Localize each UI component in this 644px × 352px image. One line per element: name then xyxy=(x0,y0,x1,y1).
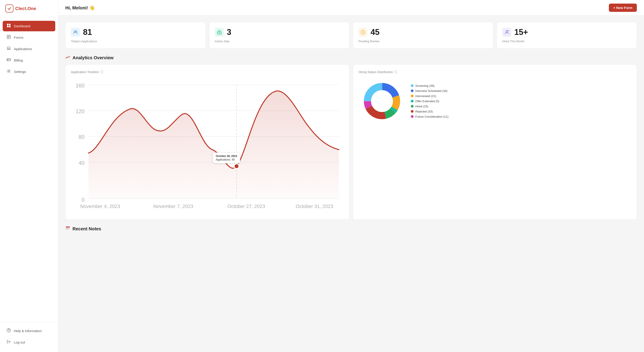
legend-dot-hired xyxy=(411,105,414,108)
hired-stat-icon xyxy=(502,28,511,37)
analytics-title: Analytics Overview xyxy=(72,55,114,60)
logo-text: Clect.One xyxy=(15,6,36,11)
svg-text:November 7, 2023: November 7, 2023 xyxy=(153,204,193,209)
legend-dot-screening xyxy=(411,84,414,87)
sidebar-item-logout[interactable]: Log out xyxy=(3,337,55,348)
svg-rect-47 xyxy=(66,228,70,229)
legend-future-consideration: Future Consideration (11) xyxy=(411,115,451,118)
main-content: Hi, Meloni! 👋 + New Form xyxy=(58,0,644,352)
svg-point-13 xyxy=(8,331,9,332)
svg-text:November 4, 2023: November 4, 2023 xyxy=(80,204,120,209)
pending-stat-icon xyxy=(358,28,368,37)
help-icon xyxy=(6,328,11,334)
sidebar-item-forms[interactable]: Forms xyxy=(3,32,55,43)
legend-hired: Hired (15) xyxy=(411,105,451,108)
analytics-icon xyxy=(65,55,70,61)
help-label: Help & Information xyxy=(14,329,42,333)
legend-offer-extended: Offer Extended (5) xyxy=(411,99,451,103)
svg-point-11 xyxy=(8,70,10,72)
legend-screening: Screening (39) xyxy=(411,84,451,87)
svg-text:October 27, 2023: October 27, 2023 xyxy=(228,204,265,209)
distribution-chart-title: Hiring Status Distribution ⓘ xyxy=(358,70,631,74)
svg-rect-8 xyxy=(7,59,10,61)
svg-point-45 xyxy=(371,90,393,112)
sidebar-item-dashboard[interactable]: Dashboard xyxy=(3,21,55,31)
svg-rect-10 xyxy=(8,60,8,60)
svg-point-32 xyxy=(234,164,239,169)
legend-dot-offer-extended xyxy=(411,100,414,102)
svg-text:0: 0 xyxy=(82,197,84,203)
recent-notes-title: Recent Notes xyxy=(72,226,101,232)
sidebar-bottom: Help & Information Log out xyxy=(0,322,58,352)
forms-icon xyxy=(6,35,11,40)
legend-rejected: Rejected (33) xyxy=(411,110,451,113)
svg-rect-3 xyxy=(9,26,10,27)
dashboard-icon xyxy=(6,23,11,29)
settings-icon xyxy=(6,69,11,74)
timeline-chart-card: Application Timeline ⓘ 160 120 80 40 0 xyxy=(65,64,349,220)
stat-card-hired: 15+ Hired This Month xyxy=(497,22,637,48)
forms-label: Forms xyxy=(14,35,24,39)
distribution-chart-card: Hiring Status Distribution ⓘ xyxy=(353,64,637,220)
legend-label-offer-extended: Offer Extended (5) xyxy=(415,99,439,103)
sidebar-item-billing[interactable]: Billing xyxy=(3,55,55,65)
donut-legend: Screening (39) Interview Scheduled (30) … xyxy=(411,84,451,118)
active-jobs-stat-number: 3 xyxy=(227,27,231,37)
legend-label-interview-scheduled: Interview Scheduled (30) xyxy=(415,89,448,93)
logo: Clect.One xyxy=(0,0,58,17)
svg-point-15 xyxy=(76,31,77,32)
applications-icon xyxy=(6,46,11,51)
svg-rect-0 xyxy=(7,24,8,25)
legend-label-interviewed: Interviewed (21) xyxy=(415,94,436,98)
legend-interview-scheduled: Interview Scheduled (30) xyxy=(411,89,451,93)
topbar: Hi, Meloni! 👋 + New Form xyxy=(58,0,644,16)
analytics-grid: Application Timeline ⓘ 160 120 80 40 0 xyxy=(65,64,637,220)
stat-card-pending: 45 Pending Review xyxy=(353,22,493,48)
svg-rect-46 xyxy=(66,227,70,227)
legend-label-future-consideration: Future Consideration (11) xyxy=(415,115,448,118)
svg-text:160: 160 xyxy=(76,82,84,88)
hired-stat-label: Hired This Month xyxy=(502,39,632,43)
donut-wrap: Screening (39) Interview Scheduled (30) … xyxy=(358,78,631,125)
recent-notes-icon xyxy=(65,226,70,232)
svg-rect-2 xyxy=(7,26,8,27)
sidebar-item-applications[interactable]: Applications xyxy=(3,44,55,54)
billing-label: Billing xyxy=(14,58,23,62)
settings-label: Settings xyxy=(14,70,26,74)
dashboard-content: 81 Today's Applications 3 xyxy=(58,16,644,352)
line-chart-wrap: 160 120 80 40 0 xyxy=(71,78,344,214)
stat-card-applications: 81 Today's Applications xyxy=(65,22,206,48)
applications-stat-icon xyxy=(71,28,80,37)
svg-text:40: 40 xyxy=(78,160,84,166)
legend-label-screening: Screening (39) xyxy=(415,84,434,87)
sidebar-nav: Dashboard Forms A xyxy=(0,17,58,322)
sidebar-item-help[interactable]: Help & Information xyxy=(3,326,55,336)
analytics-header: Analytics Overview xyxy=(65,55,637,61)
sidebar-item-settings[interactable]: Settings xyxy=(3,66,55,77)
billing-icon xyxy=(6,58,11,63)
legend-dot-future-consideration xyxy=(411,115,414,118)
logout-icon xyxy=(6,340,11,345)
svg-text:120: 120 xyxy=(76,108,84,114)
recent-notes-header: Recent Notes xyxy=(65,226,637,232)
svg-point-14 xyxy=(74,31,76,32)
new-form-button[interactable]: + New Form xyxy=(609,3,637,12)
svg-text:October 31, 2023: October 31, 2023 xyxy=(296,204,333,209)
timeline-chart-title: Application Timeline ⓘ xyxy=(71,70,344,74)
page-greeting: Hi, Meloni! 👋 xyxy=(65,5,95,10)
svg-point-20 xyxy=(506,30,508,32)
pending-stat-number: 45 xyxy=(370,27,380,37)
logout-label: Log out xyxy=(14,340,25,344)
active-jobs-stat-label: Active Jobs xyxy=(215,39,344,43)
legend-label-rejected: Rejected (33) xyxy=(415,110,433,113)
svg-rect-1 xyxy=(9,24,10,25)
stat-cards-grid: 81 Today's Applications 3 xyxy=(65,22,637,48)
applications-label: Applications xyxy=(14,47,32,51)
timeline-info-icon: ⓘ xyxy=(100,70,104,74)
applications-stat-label: Today's Applications xyxy=(71,39,200,43)
logo-icon xyxy=(5,4,14,12)
distribution-info-icon: ⓘ xyxy=(394,70,398,74)
hired-stat-number: 15+ xyxy=(514,27,528,37)
legend-dot-rejected xyxy=(411,110,414,113)
stat-card-active-jobs: 3 Active Jobs xyxy=(209,22,350,48)
